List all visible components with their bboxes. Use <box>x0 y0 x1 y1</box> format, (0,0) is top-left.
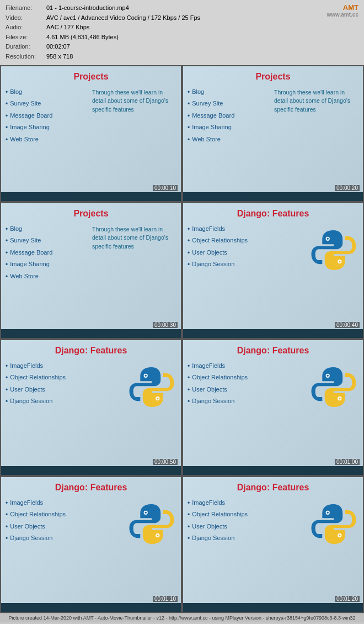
svg-point-15 <box>157 534 159 536</box>
feature-text-3: Through these we'll learn in detail abou… <box>92 225 176 326</box>
thumbnail-5[interactable]: Django: FeaturesImageFieldsObject Relati… <box>0 339 182 476</box>
timestamp-7: 00:01:10 <box>153 596 178 602</box>
bullet-item-2-1: Blog <box>188 88 272 97</box>
resolution-value: 958 x 718 <box>46 52 73 62</box>
bullet-item-2-2: Survey Site <box>188 100 272 109</box>
bullet-item-6-2: Object Relationships <box>188 374 307 383</box>
svg-point-5 <box>144 374 147 377</box>
bullet-item-1-1: Blog <box>6 88 90 97</box>
amt-logo: AMT www.amt.cc <box>327 3 358 18</box>
timestamp-3: 00:00:30 <box>153 322 178 328</box>
bullet-item-8-4: Django Session <box>188 535 307 543</box>
bullet-item-2-3: Message Board <box>188 112 272 121</box>
thumbnail-1[interactable]: ProjectsBlogSurvey SiteMessage BoardImag… <box>0 65 182 202</box>
slide-title-6: Django: Features <box>237 346 309 356</box>
video-label: Video: <box>6 13 44 23</box>
feature-text-1: Through these we'll learn in detail abou… <box>92 88 176 189</box>
python-logo-7 <box>127 499 176 549</box>
slide-title-7: Django: Features <box>55 483 127 493</box>
video-value: AVC / avc1 / Advanced Video Coding / 172… <box>46 13 200 23</box>
bullet-item-2-4: Image Sharing <box>188 124 272 133</box>
metadata-header: Filename: 01 - 1-course-introduction.mp4… <box>0 0 364 65</box>
python-logo-8 <box>309 499 358 549</box>
amt-site: www.amt.cc <box>327 12 358 18</box>
bullet-item-1-2: Survey Site <box>6 100 90 109</box>
timestamp-6: 00:01:00 <box>335 459 360 465</box>
timestamp-1: 00:00:10 <box>153 185 178 191</box>
python-logo-5 <box>127 362 176 412</box>
duration-value: 00:02:07 <box>46 42 70 52</box>
filename-value: 01 - 1-course-introduction.mp4 <box>46 3 129 13</box>
bullet-item-8-1: ImageFields <box>188 499 307 508</box>
slide-title-5: Django: Features <box>55 346 127 356</box>
svg-point-17 <box>326 511 329 514</box>
slide-title-4: Django: Features <box>237 209 309 219</box>
bullet-item-3-3: Message Board <box>6 249 90 258</box>
thumbnail-7[interactable]: Django: FeaturesImageFieldsObject Relati… <box>0 476 182 613</box>
slide-title-2: Projects <box>255 72 290 82</box>
svg-point-1 <box>326 237 329 240</box>
slide-title-8: Django: Features <box>237 483 309 493</box>
audio-value: AAC / 127 Kbps <box>46 23 89 33</box>
thumbnail-grid: ProjectsBlogSurvey SiteMessage BoardImag… <box>0 65 364 613</box>
slide-title-1: Projects <box>73 72 108 82</box>
resolution-label: Resolution: <box>6 52 44 62</box>
svg-point-7 <box>157 397 159 399</box>
thumbnail-2[interactable]: ProjectsBlogSurvey SiteMessage BoardImag… <box>182 65 364 202</box>
bullet-item-8-3: User Objects <box>188 523 307 532</box>
bullet-item-7-4: Django Session <box>6 535 125 543</box>
amt-logo-text: AMT <box>327 3 358 12</box>
slide-title-3: Projects <box>73 209 108 219</box>
bullet-item-7-1: ImageFields <box>6 499 125 508</box>
bullet-item-3-5: Web Store <box>6 273 90 282</box>
bullet-item-6-3: User Objects <box>188 386 307 395</box>
timestamp-4: 00:00:40 <box>335 322 360 328</box>
bullet-item-7-2: Object Relationships <box>6 511 125 520</box>
bullet-item-4-2: Object Relationships <box>188 237 307 246</box>
filesize-value: 4.61 MB (4,831,486 Bytes) <box>46 33 119 43</box>
filesize-label: Filesize: <box>6 33 44 43</box>
audio-label: Audio: <box>6 23 44 33</box>
bullet-item-3-1: Blog <box>6 225 90 234</box>
svg-point-13 <box>144 511 147 514</box>
bullet-item-3-2: Survey Site <box>6 237 90 246</box>
bullet-item-2-5: Web Store <box>188 136 272 145</box>
bullet-item-5-3: User Objects <box>6 386 125 395</box>
bullet-item-6-1: ImageFields <box>188 362 307 371</box>
thumbnail-4[interactable]: Django: FeaturesImageFieldsObject Relati… <box>182 202 364 339</box>
bullet-item-4-3: User Objects <box>188 249 307 258</box>
timestamp-8: 00:01:20 <box>335 596 360 602</box>
thumbnail-8[interactable]: Django: FeaturesImageFieldsObject Relati… <box>182 476 364 613</box>
bullet-item-3-4: Image Sharing <box>6 261 90 269</box>
bullet-item-8-2: Object Relationships <box>188 511 307 520</box>
bullet-item-1-4: Image Sharing <box>6 124 90 133</box>
file-info: Filename: 01 - 1-course-introduction.mp4… <box>6 3 200 62</box>
feature-text-2: Through these we'll learn in detail abou… <box>274 88 358 189</box>
bullet-item-1-5: Web Store <box>6 136 90 145</box>
bullet-item-5-1: ImageFields <box>6 362 125 371</box>
duration-label: Duration: <box>6 42 44 52</box>
thumbnail-3[interactable]: ProjectsBlogSurvey SiteMessage BoardImag… <box>0 202 182 339</box>
bullet-item-5-4: Django Session <box>6 398 125 406</box>
svg-point-19 <box>339 534 341 536</box>
svg-point-3 <box>339 260 341 262</box>
bullet-item-4-4: Django Session <box>188 261 307 269</box>
python-logo-6 <box>309 362 358 412</box>
svg-point-9 <box>326 374 329 377</box>
bullet-item-4-1: ImageFields <box>188 225 307 234</box>
bullet-item-7-3: User Objects <box>6 523 125 532</box>
svg-point-11 <box>339 397 341 399</box>
bullet-item-6-4: Django Session <box>188 398 307 406</box>
timestamp-5: 00:00:50 <box>153 459 178 465</box>
bullet-item-1-3: Message Board <box>6 112 90 121</box>
thumbnail-6[interactable]: Django: FeaturesImageFieldsObject Relati… <box>182 339 364 476</box>
filename-label: Filename: <box>6 3 44 13</box>
footer-bar: Picture created 14-Mar-2020 with AMT - A… <box>0 613 364 622</box>
bullet-item-5-2: Object Relationships <box>6 374 125 383</box>
footer-text: Picture created 14-Mar-2020 with AMT - A… <box>9 615 356 621</box>
timestamp-2: 00:00:20 <box>335 185 360 191</box>
python-logo-4 <box>309 225 358 275</box>
